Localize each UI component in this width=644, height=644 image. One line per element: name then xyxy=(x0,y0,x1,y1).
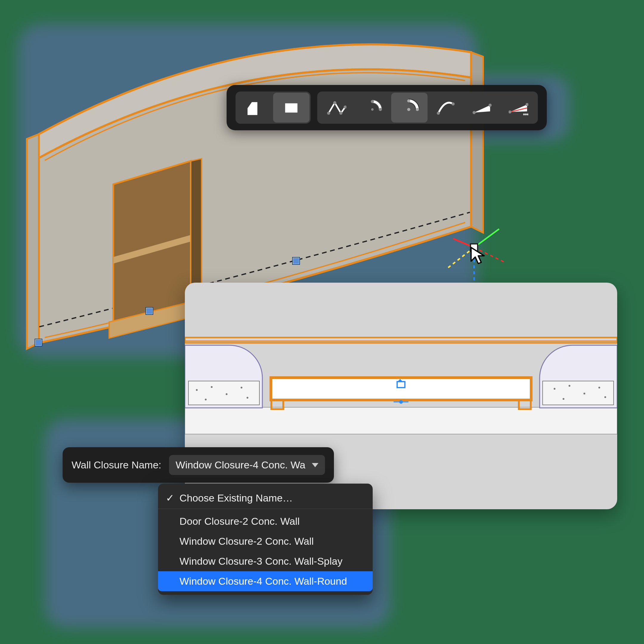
svg-point-39 xyxy=(563,398,564,400)
svg-point-20 xyxy=(489,104,492,107)
svg-point-17 xyxy=(437,112,440,114)
svg-point-16 xyxy=(416,108,419,111)
svg-rect-6 xyxy=(285,103,297,113)
wall-closure-field: Wall Closure Name: Window Closure-4 Conc… xyxy=(63,447,334,483)
svg-point-36 xyxy=(569,385,570,387)
svg-point-32 xyxy=(241,387,242,388)
wall-closure-select[interactable]: Window Closure-4 Conc. Wa xyxy=(169,455,325,475)
menu-item[interactable]: Door Closure-2 Conc. Wall xyxy=(158,511,373,531)
svg-point-19 xyxy=(473,111,476,114)
cursor-icon xyxy=(469,246,488,267)
svg-point-25 xyxy=(525,114,527,115)
svg-point-12 xyxy=(379,108,382,111)
menu-header[interactable]: ✓ Choose Existing Name… xyxy=(158,487,373,509)
svg-point-11 xyxy=(371,100,374,103)
chevron-down-icon xyxy=(312,463,318,467)
svg-point-13 xyxy=(371,108,374,111)
tool-bezier[interactable] xyxy=(464,93,500,123)
svg-point-26 xyxy=(527,114,528,115)
check-icon: ✓ xyxy=(166,492,174,504)
tool-arc-chord[interactable] xyxy=(355,93,391,123)
svg-point-40 xyxy=(604,396,606,398)
svg-point-35 xyxy=(554,388,555,390)
tool-polyline[interactable] xyxy=(318,93,355,123)
svg-rect-28 xyxy=(185,338,617,343)
wall-closure-value: Window Closure-4 Conc. Wa xyxy=(176,459,305,471)
menu-item-selected[interactable]: Window Closure-4 Conc. Wall-Round xyxy=(158,571,373,591)
tool-group-mode xyxy=(236,92,311,124)
svg-rect-27 xyxy=(185,407,617,434)
svg-point-37 xyxy=(583,393,585,394)
svg-point-18 xyxy=(452,102,455,105)
svg-point-30 xyxy=(211,386,213,388)
svg-point-9 xyxy=(339,112,342,114)
svg-point-38 xyxy=(598,387,600,388)
svg-point-33 xyxy=(205,399,207,400)
tool-arc-center[interactable] xyxy=(391,93,428,123)
menu-header-label: Choose Existing Name… xyxy=(179,492,293,504)
svg-point-29 xyxy=(196,389,198,391)
tool-profile-rect[interactable] xyxy=(273,93,309,123)
tool-tangent-arc[interactable] xyxy=(428,93,464,123)
svg-point-22 xyxy=(509,110,511,113)
tool-bezier-more[interactable] xyxy=(500,93,537,123)
menu-item[interactable]: Window Closure-3 Conc. Wall-Splay xyxy=(158,551,373,571)
pet-palette xyxy=(227,85,547,130)
tool-profile-shape[interactable] xyxy=(237,93,273,123)
svg-point-8 xyxy=(333,101,336,104)
wall-closure-label: Wall Closure Name: xyxy=(72,459,161,471)
wall-closure-menu: ✓ Choose Existing Name… Door Closure-2 C… xyxy=(158,484,373,595)
menu-item[interactable]: Window Closure-2 Conc. Wall xyxy=(158,531,373,551)
svg-point-7 xyxy=(327,112,330,114)
svg-point-34 xyxy=(247,397,248,399)
svg-point-31 xyxy=(226,393,227,395)
svg-point-24 xyxy=(523,114,525,115)
tool-group-segment xyxy=(317,92,538,124)
svg-point-15 xyxy=(407,99,410,102)
svg-point-14 xyxy=(407,108,410,111)
